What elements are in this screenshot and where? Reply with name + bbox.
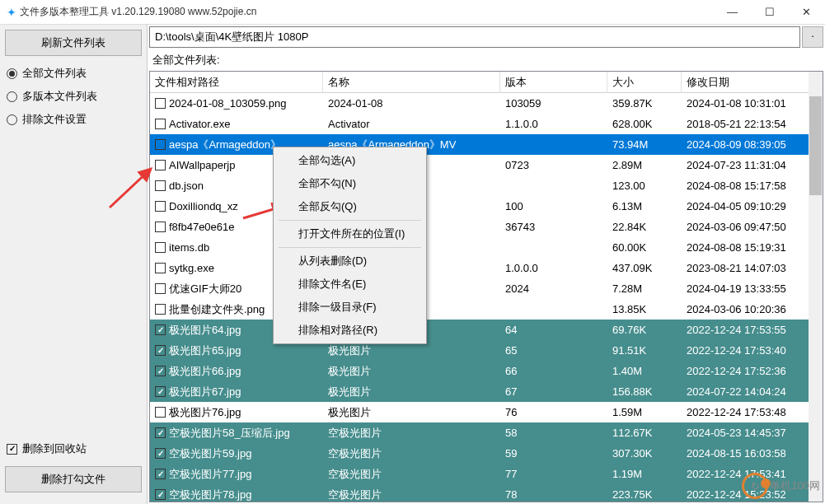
table-row[interactable]: 2024-01-08_103059.png 2024-01-08 103059 … — [150, 93, 823, 114]
row-checkbox[interactable] — [155, 366, 166, 376]
minimize-button[interactable]: — — [714, 0, 751, 25]
row-checkbox[interactable] — [155, 119, 166, 129]
row-checkbox[interactable] — [155, 139, 166, 150]
row-checkbox[interactable] — [155, 469, 166, 479]
cell-path: 极光图片76.jpg — [169, 405, 241, 420]
row-checkbox[interactable] — [155, 222, 166, 232]
table-row[interactable]: f8fb47e0e61e 36743 22.84K 2024-03-06 09:… — [150, 217, 823, 237]
cell-size: 123.00 — [607, 178, 682, 194]
menu-item[interactable]: 打开文件所在的位置(I) — [275, 222, 424, 245]
cell-date: 2024-04-19 13:33:55 — [682, 281, 813, 296]
row-checkbox[interactable] — [155, 407, 166, 418]
table-row[interactable]: 空极光图片77.jpg 空极光图片 77 1.19M 2022-12-24 17… — [150, 464, 823, 484]
table-row[interactable]: 极光图片67.jpg 极光图片 67 156.88K 2024-07-22 14… — [150, 381, 823, 402]
table-row[interactable]: AIWallpaperjp 0723 2.89M 2024-07-23 11:3… — [150, 155, 823, 175]
cell-path: Activator.exe — [169, 118, 230, 130]
menu-item[interactable]: 排除一级目录(F) — [275, 296, 424, 319]
table-row[interactable]: 空极光图片59.jpg 空极光图片 59 307.30K 2024-08-15 … — [150, 443, 823, 464]
row-checkbox[interactable] — [155, 263, 166, 273]
row-checkbox[interactable] — [155, 304, 166, 315]
table-row[interactable]: 极光图片64.jpg 极光图片 64 69.76K 2022-12-24 17:… — [150, 320, 823, 340]
cell-size: 223.75K — [607, 487, 682, 502]
table-row[interactable]: 空极光图片58_压缩后.jpg 空极光图片 58 112.67K 2024-05… — [150, 422, 823, 443]
menu-item[interactable]: 全部反勾(Q) — [275, 195, 424, 218]
cell-name: 空极光图片 — [323, 424, 500, 442]
cell-name: 空极光图片 — [323, 445, 500, 463]
column-path[interactable]: 文件相对路径 — [150, 72, 323, 93]
menu-item[interactable]: 排除相对路径(R) — [275, 319, 424, 342]
cell-version: 0723 — [500, 157, 607, 173]
radio-option-0[interactable]: 全部文件列表 — [7, 66, 140, 81]
table-row[interactable]: 极光图片76.jpg 极光图片 76 1.59M 2022-12-24 17:5… — [150, 402, 823, 422]
cell-name: Activator — [323, 116, 500, 132]
menu-item[interactable]: 全部不勾(N) — [275, 172, 424, 195]
column-version[interactable]: 版本 — [500, 72, 607, 93]
table-row[interactable]: aespa《Armageddon》 aespa《Armageddon》MV 73… — [150, 134, 823, 155]
table-row[interactable]: items.db 60.00K 2024-08-08 15:19:31 — [150, 237, 823, 258]
row-checkbox[interactable] — [155, 98, 166, 109]
cell-size: 156.88K — [607, 384, 682, 399]
cell-size: 1.40M — [607, 363, 682, 379]
row-checkbox[interactable] — [155, 427, 166, 438]
maximize-button[interactable]: ☐ — [751, 0, 788, 25]
path-input[interactable]: D:\tools\桌面\4K壁纸图片 1080P — [149, 26, 800, 48]
radio-option-2[interactable]: 排除文件设置 — [7, 112, 140, 127]
cell-version: 1.0.0.0 — [500, 260, 607, 276]
row-checkbox[interactable] — [155, 386, 166, 397]
table-row[interactable]: sytkg.exe 1.0.0.0 437.09K 2023-08-21 14:… — [150, 258, 823, 278]
cell-date: 2022-12-24 17:53:40 — [682, 343, 813, 358]
row-checkbox[interactable] — [155, 160, 166, 170]
table-row[interactable]: Doxilliondq_xz z7.com_danji 100 6.13M 20… — [150, 196, 823, 217]
cell-size: 307.30K — [607, 446, 682, 461]
cell-path: 极光图片66.jpg — [169, 364, 241, 379]
cell-date: 2022-12-24 17:53:55 — [682, 322, 813, 338]
scrollbar-thumb[interactable] — [809, 96, 822, 195]
table-row[interactable]: 极光图片65.jpg 极光图片 65 91.51K 2022-12-24 17:… — [150, 340, 823, 361]
cell-name: 极光图片 — [323, 404, 500, 422]
row-checkbox[interactable] — [155, 489, 166, 500]
row-checkbox[interactable] — [155, 448, 166, 459]
menu-separator — [279, 220, 421, 221]
radio-option-1[interactable]: 多版本文件列表 — [7, 89, 140, 104]
cell-path: aespa《Armageddon》 — [169, 138, 281, 152]
refresh-button[interactable]: 刷新文件列表 — [5, 30, 142, 56]
row-checkbox[interactable] — [155, 242, 166, 253]
menu-item[interactable]: 从列表删除(D) — [275, 250, 424, 273]
cell-date: 2024-01-08 10:31:01 — [682, 96, 813, 111]
row-checkbox[interactable] — [155, 180, 166, 191]
table-row[interactable]: 优速GIF大师20 2024 7.28M 2024-04-19 13:33:55 — [150, 278, 823, 299]
column-size[interactable]: 大小 — [607, 72, 682, 93]
table-row[interactable]: db.json 123.00 2024-08-08 15:17:58 — [150, 175, 823, 196]
row-checkbox[interactable] — [155, 345, 166, 356]
window-titlebar: ✦ 文件多版本整理工具 v1.20.129.19080 www.52pojie.… — [0, 0, 825, 25]
vertical-scrollbar[interactable] — [809, 72, 823, 502]
table-row[interactable]: 批量创建文件夹.png 批量创建文件夹 13.85K 2024-03-06 10… — [150, 299, 823, 320]
table-row[interactable]: Activator.exe Activator 1.1.0.0 628.00K … — [150, 114, 823, 134]
table-row[interactable]: 极光图片66.jpg 极光图片 66 1.40M 2022-12-24 17:5… — [150, 361, 823, 381]
column-name[interactable]: 名称 — [323, 72, 500, 93]
cell-date: 2024-08-15 16:03:58 — [682, 446, 813, 461]
cell-date: 2022-12-24 17:53:48 — [682, 404, 813, 420]
cell-size: 73.94M — [607, 137, 682, 152]
cell-name: 极光图片 — [323, 362, 500, 380]
cell-version: 78 — [500, 487, 607, 502]
close-button[interactable]: ✕ — [788, 0, 825, 25]
trash-checkbox[interactable]: 删除到回收站 — [5, 438, 142, 460]
cell-date: 2024-07-22 14:04:24 — [682, 384, 813, 399]
column-date[interactable]: 修改日期 — [682, 72, 813, 93]
browse-button[interactable]: . — [802, 26, 823, 48]
cell-version — [500, 184, 607, 188]
table-row[interactable]: 空极光图片78.jpg 空极光图片 78 223.75K 2022-12-24 … — [150, 484, 823, 502]
cell-size: 359.87K — [607, 96, 682, 111]
cell-date: 2024-08-09 08:39:05 — [682, 137, 813, 152]
cell-date: 2023-08-21 14:07:03 — [682, 260, 813, 276]
row-checkbox[interactable] — [155, 283, 166, 294]
menu-item[interactable]: 排除文件名(E) — [275, 273, 424, 296]
row-checkbox[interactable] — [155, 324, 166, 335]
row-checkbox[interactable] — [155, 201, 166, 212]
cell-path: items.db — [169, 241, 209, 254]
delete-checked-button[interactable]: 删除打勾文件 — [5, 466, 142, 492]
cell-path: 批量创建文件夹.png — [169, 302, 265, 317]
cell-version: 76 — [500, 404, 607, 420]
menu-item[interactable]: 全部勾选(A) — [275, 149, 424, 172]
